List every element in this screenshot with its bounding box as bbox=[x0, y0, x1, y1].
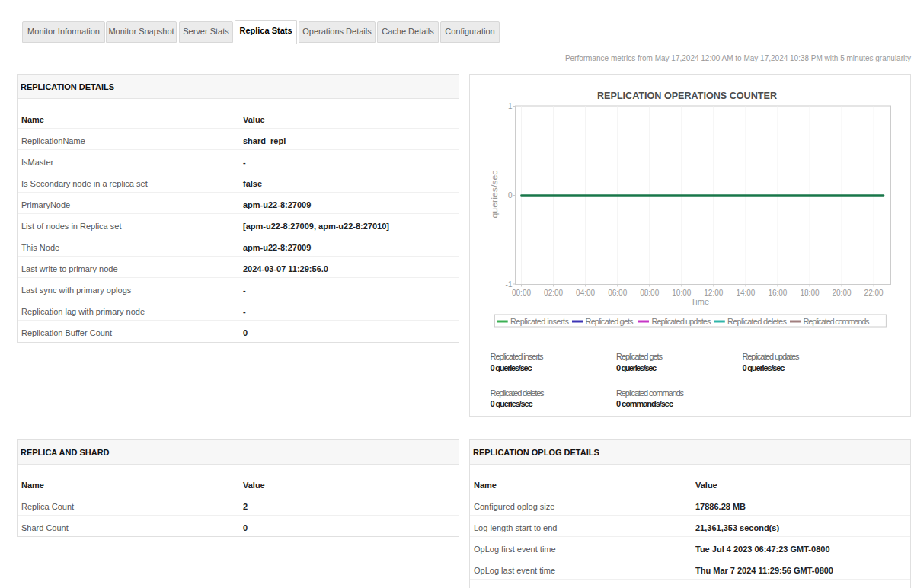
svg-text:14:00: 14:00 bbox=[736, 289, 755, 297]
svg-text:16:00: 16:00 bbox=[768, 289, 787, 297]
svg-text:0 queries/sec: 0 queries/sec bbox=[491, 363, 532, 372]
svg-text:18:00: 18:00 bbox=[800, 289, 819, 297]
svg-text:1: 1 bbox=[508, 102, 513, 110]
svg-text:06:00: 06:00 bbox=[608, 289, 627, 297]
svg-text:10:00: 10:00 bbox=[672, 289, 691, 297]
svg-text:Replicated inserts: Replicated inserts bbox=[510, 317, 570, 326]
svg-text:0 queries/sec: 0 queries/sec bbox=[742, 363, 785, 372]
svg-text:-1: -1 bbox=[506, 280, 513, 289]
svg-text:20:00: 20:00 bbox=[832, 289, 851, 297]
svg-text:Replicated updates: Replicated updates bbox=[742, 352, 800, 361]
svg-text:Replicated commands: Replicated commands bbox=[616, 388, 685, 398]
svg-text:00:00: 00:00 bbox=[512, 289, 531, 297]
svg-text:Time: Time bbox=[691, 297, 709, 306]
svg-text:Replicated commands: Replicated commands bbox=[804, 317, 871, 326]
svg-text:0 queries/sec: 0 queries/sec bbox=[616, 363, 657, 372]
svg-text:0 commands/sec: 0 commands/sec bbox=[616, 399, 673, 408]
svg-text:Replicated updates: Replicated updates bbox=[651, 317, 711, 326]
svg-text:Replicated deletes: Replicated deletes bbox=[727, 317, 788, 326]
svg-text:Replicated deletes: Replicated deletes bbox=[491, 388, 545, 398]
svg-text:0: 0 bbox=[508, 191, 513, 200]
svg-text:queries/sec: queries/sec bbox=[490, 170, 499, 219]
svg-text:12:00: 12:00 bbox=[704, 289, 723, 297]
svg-text:22:00: 22:00 bbox=[864, 289, 884, 297]
svg-text:REPLICATION OPERATIONS COUNTER: REPLICATION OPERATIONS COUNTER bbox=[597, 90, 778, 101]
svg-text:02:00: 02:00 bbox=[544, 289, 563, 297]
svg-text:Replicated inserts: Replicated inserts bbox=[491, 352, 545, 361]
svg-text:0 queries/sec: 0 queries/sec bbox=[491, 399, 533, 408]
svg-text:Replicated gets: Replicated gets bbox=[586, 317, 634, 326]
svg-text:08:00: 08:00 bbox=[640, 289, 659, 297]
svg-text:Replicated gets: Replicated gets bbox=[616, 352, 663, 361]
svg-text:04:00: 04:00 bbox=[576, 289, 595, 297]
